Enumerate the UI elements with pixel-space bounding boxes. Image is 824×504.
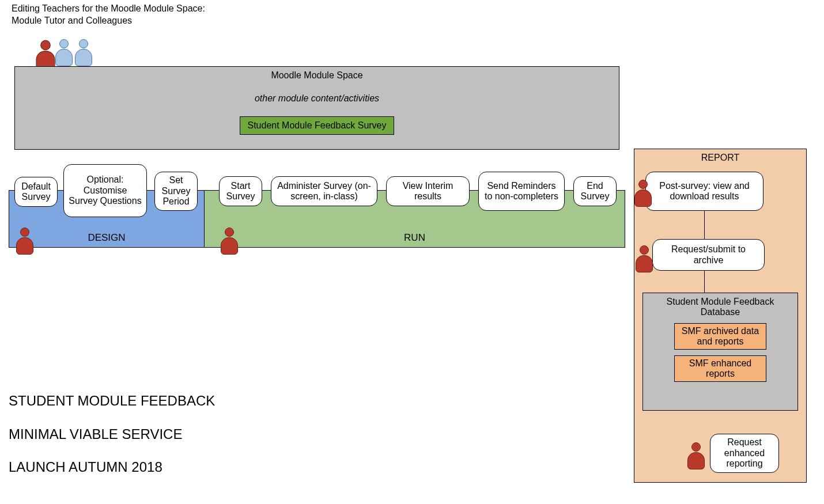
footer-line-2: MINIMAL VIABLE SERVICE — [9, 418, 215, 451]
task-set-period: Set Survey Period — [154, 172, 198, 211]
task-label: Set Survey Period — [160, 175, 192, 207]
task-default-survey: Default Survey — [14, 177, 58, 207]
moodle-subtitle: other module content/activities — [15, 93, 619, 104]
survey-badge: Student Module Feedback Survey — [240, 116, 394, 135]
task-label: Post-survey: view and download results — [651, 181, 758, 202]
task-label: Optional: Customise Survey Questions — [69, 175, 142, 206]
footer-line-1: STUDENT MODULE FEEDBACK — [9, 384, 215, 418]
task-administer-survey: Administer Survey (on-screen, in-class) — [271, 176, 377, 206]
db-title: Student Module Feedback Database — [643, 297, 797, 317]
task-label: Default Survey — [20, 181, 52, 203]
connector-line — [704, 211, 705, 239]
task-request-enhanced: Request enhanced reporting — [710, 434, 779, 473]
task-customise-questions: Optional: Customise Survey Questions — [63, 164, 147, 217]
person-icon — [219, 228, 240, 255]
task-label: Send Reminders to non-completers — [483, 181, 560, 202]
footer-line-3: LAUNCH AUTUMN 2018 — [9, 450, 215, 484]
db-item-enhanced: SMF enhanced reports — [674, 355, 766, 382]
header-line-1: Editing Teachers for the Moodle Module S… — [12, 3, 205, 15]
person-icon — [634, 245, 655, 273]
task-label: Request/submit to archive — [657, 244, 759, 266]
task-request-archive: Request/submit to archive — [652, 239, 765, 271]
teachers-icon-group — [32, 39, 101, 68]
header-line-2: Module Tutor and Colleagues — [12, 15, 205, 27]
person-icon — [686, 442, 706, 470]
task-label: Start Survey — [224, 181, 257, 202]
person-icon — [14, 228, 35, 255]
person-icon — [633, 180, 653, 207]
task-label: Request enhanced reporting — [715, 437, 774, 469]
task-start-survey: Start Survey — [219, 176, 262, 206]
moodle-module-space-box: Moodle Module Space other module content… — [14, 66, 619, 150]
task-view-interim: View Interim results — [386, 176, 470, 206]
diagram-header: Editing Teachers for the Moodle Module S… — [12, 3, 205, 27]
task-label: End Survey — [579, 181, 611, 202]
task-label: View Interim results — [391, 181, 464, 202]
moodle-title: Moodle Module Space — [15, 70, 619, 81]
db-item-archived: SMF archived data and reports — [674, 323, 766, 350]
task-end-survey: End Survey — [573, 176, 617, 206]
run-lane-label: RUN — [205, 232, 625, 244]
person-icon — [73, 39, 94, 67]
task-send-reminders: Send Reminders to non-completers — [478, 172, 565, 211]
task-post-survey: Post-survey: view and download results — [645, 172, 763, 211]
smf-database-box: Student Module Feedback Database SMF arc… — [642, 293, 798, 411]
report-lane-label: REPORT — [634, 153, 806, 163]
connector-line — [704, 271, 705, 293]
task-label: Administer Survey (on-screen, in-class) — [276, 181, 372, 202]
design-lane-label: DESIGN — [9, 232, 204, 244]
footer-text: STUDENT MODULE FEEDBACK MINIMAL VIABLE S… — [9, 384, 215, 484]
